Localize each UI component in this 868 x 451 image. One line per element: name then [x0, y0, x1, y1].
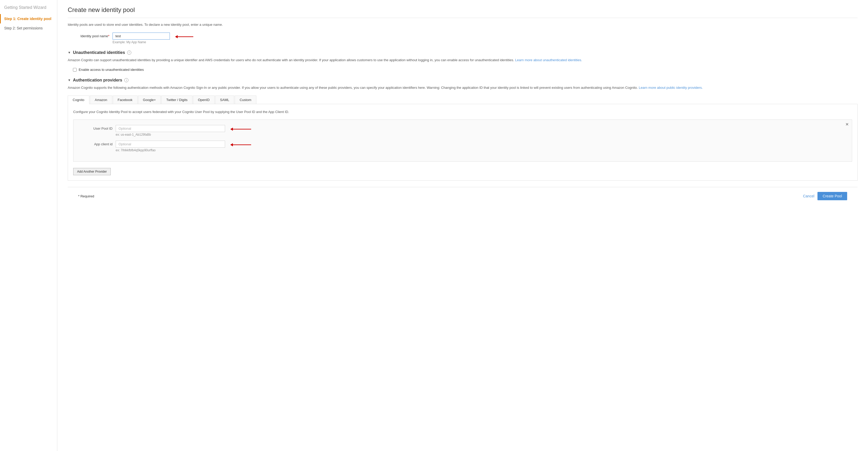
unauthenticated-learn-more-link[interactable]: Learn more about unauthenticated identit…: [515, 58, 582, 62]
unauthenticated-section-title: Unauthenticated identities: [73, 50, 125, 55]
user-pool-id-input[interactable]: [116, 125, 225, 132]
tab-google[interactable]: Google+: [138, 96, 161, 104]
tab-amazon[interactable]: Amazon: [90, 96, 112, 104]
page-title: Create new identity pool: [68, 6, 858, 18]
svg-marker-1: [175, 35, 178, 38]
footer: * Required Cancel Create Pool: [68, 187, 858, 205]
close-provider-button[interactable]: ✕: [845, 122, 849, 127]
main-content: Create new identity pool Identity pools …: [57, 0, 868, 451]
app-client-id-input-wrapper: ex: 7lhlkkfbfb4q5kpp90urffao: [116, 140, 225, 152]
app-client-id-example: ex: 7lhlkkfbfb4q5kpp90urffao: [116, 149, 225, 152]
user-pool-id-arrow: [230, 125, 254, 132]
footer-actions: Cancel Create Pool: [803, 192, 847, 200]
auth-providers-learn-more-link[interactable]: Learn more about public identity provide…: [639, 86, 703, 90]
identity-pool-name-arrow: [175, 33, 196, 40]
identity-pool-name-example: Example: My App Name: [113, 40, 170, 44]
auth-providers-tabs: Cognito Amazon Facebook Google+ Twitter …: [68, 96, 858, 181]
app-client-id-row: App client id ex: 7lhlkkfbfb4q5kpp90urff…: [81, 140, 844, 152]
required-note: * Required: [78, 194, 94, 198]
unauthenticated-checkbox-label: Enable access to unauthenticated identit…: [79, 68, 144, 72]
tab-twitter[interactable]: Twitter / Digits: [161, 96, 192, 104]
app-client-id-arrow: [230, 140, 254, 148]
identity-pool-name-input-wrapper: Example: My App Name: [113, 33, 170, 44]
cancel-button[interactable]: Cancel: [803, 194, 814, 198]
add-another-provider-button[interactable]: Add Another Provider: [73, 168, 111, 175]
red-arrow-app-client-icon: [230, 142, 254, 148]
tab-saml[interactable]: SAML: [215, 96, 234, 104]
identity-pool-name-label: Identity pool name*: [68, 33, 110, 38]
unauthenticated-checkbox[interactable]: [73, 68, 76, 72]
user-pool-id-example: ex: us-east-1_Ab129faBb: [116, 133, 225, 136]
unauthenticated-info-icon[interactable]: i: [127, 51, 131, 55]
user-pool-id-row: User Pool ID ex: us-east-1_Ab129faBb: [81, 125, 844, 136]
sidebar: Getting Started Wizard Step 1: Create id…: [0, 0, 57, 451]
cognito-tab-description: Configure your Cognito Identity Pool to …: [73, 109, 852, 115]
user-pool-id-label: User Pool ID: [81, 125, 113, 130]
tab-cognito[interactable]: Cognito: [68, 96, 89, 104]
identity-pool-name-input[interactable]: [113, 33, 170, 40]
tab-openid[interactable]: OpenID: [193, 96, 215, 104]
page-description: Identity pools are used to store end use…: [68, 22, 858, 27]
sidebar-item-step1[interactable]: Step 1: Create identity pool: [0, 14, 57, 24]
auth-providers-info-icon[interactable]: i: [124, 78, 128, 82]
sidebar-title: Getting Started Wizard: [0, 5, 57, 14]
red-arrow-icon: [175, 34, 196, 40]
unauthenticated-checkbox-row: Enable access to unauthenticated identit…: [68, 68, 858, 72]
user-pool-id-input-wrapper: ex: us-east-1_Ab129faBb: [116, 125, 225, 136]
provider-card: ✕ User Pool ID ex: us-east-1_Ab129faBb: [73, 120, 852, 162]
tab-custom[interactable]: Custom: [235, 96, 256, 104]
tab-facebook[interactable]: Facebook: [113, 96, 137, 104]
app-client-id-label: App client id: [81, 140, 113, 146]
red-arrow-user-pool-icon: [230, 126, 254, 132]
create-pool-button[interactable]: Create Pool: [817, 192, 847, 200]
svg-marker-3: [230, 128, 233, 131]
tab-content-cognito: Configure your Cognito Identity Pool to …: [68, 104, 858, 181]
app-client-id-input[interactable]: [116, 140, 225, 148]
auth-providers-toggle-icon[interactable]: ▼: [68, 78, 71, 82]
auth-providers-section-title: Authentication providers: [73, 78, 122, 83]
auth-providers-section-header: ▼ Authentication providers i: [68, 78, 858, 83]
unauthenticated-description: Amazon Cognito can support unauthenticat…: [68, 58, 858, 63]
sidebar-item-step2[interactable]: Step 2: Set permissions: [0, 24, 57, 33]
tabs-row: Cognito Amazon Facebook Google+ Twitter …: [68, 96, 858, 104]
unauthenticated-toggle-icon[interactable]: ▼: [68, 51, 71, 55]
identity-pool-name-row: Identity pool name* Example: My App Name: [68, 33, 858, 44]
auth-providers-description: Amazon Cognito supports the following au…: [68, 85, 858, 90]
svg-marker-5: [230, 143, 233, 146]
unauthenticated-section-header: ▼ Unauthenticated identities i: [68, 50, 858, 55]
